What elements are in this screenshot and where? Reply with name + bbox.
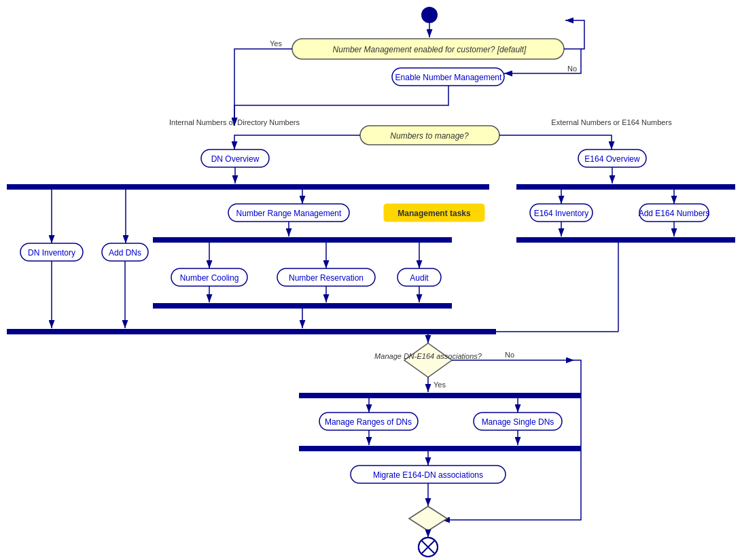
decision3-shape <box>404 343 452 377</box>
label-yes3: Yes <box>434 381 446 389</box>
arrow-yes1 <box>234 49 292 126</box>
manage-single-text: Manage Single DNs <box>482 417 554 427</box>
add-e164-text: Add E164 Numbers <box>639 209 710 218</box>
manage-ranges-text: Manage Ranges of DNs <box>325 417 412 427</box>
migrate-text: Migrate E164-DN associations <box>373 470 483 480</box>
audit-text: Audit <box>410 273 429 283</box>
dn-overview-text: DN Overview <box>211 154 260 164</box>
decision1-text: Number Management enabled for customer? … <box>333 45 527 54</box>
dn-inventory-text: DN Inventory <box>28 248 75 258</box>
arrow-no3-path <box>442 360 581 520</box>
number-cooling-text: Number Cooling <box>180 273 239 283</box>
e164-inv-text: E164 Inventory <box>534 209 589 218</box>
decision3-text: Manage DN-E164 associations? <box>374 352 482 360</box>
e164-overview-text: E164 Overview <box>584 154 640 164</box>
arrow-back-right <box>571 20 584 49</box>
start-node <box>421 7 438 23</box>
label-external: External Numbers or E164 Numbers <box>551 118 672 126</box>
enable-num-mgmt-text: Enable Number Management <box>395 73 502 82</box>
add-dns-text: Add DNs <box>109 248 141 258</box>
mgmt-tasks-text: Management tasks <box>398 209 471 218</box>
label-yes1: Yes <box>270 39 282 48</box>
arrow-d2-left <box>234 135 360 150</box>
label-no3: No <box>505 351 514 359</box>
label-internal: Internal Numbers or Directory Numbers <box>169 118 300 126</box>
decision2-text: Numbers to manage? <box>390 131 469 141</box>
arrow-d2-right <box>499 135 612 150</box>
end-diamond-shape <box>409 506 447 531</box>
number-reservation-text: Number Reservation <box>289 273 364 283</box>
nrm-text: Number Range Management <box>236 209 342 218</box>
label-no1: No <box>567 65 577 73</box>
